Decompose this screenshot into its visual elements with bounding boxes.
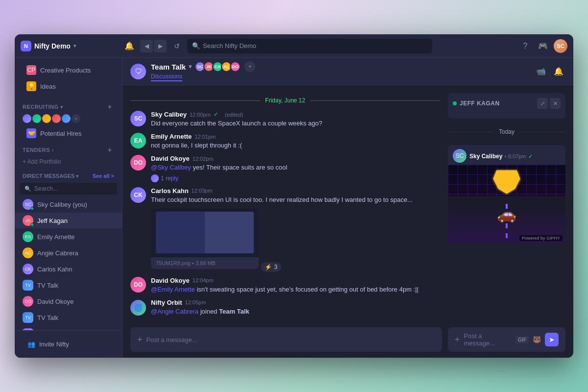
preview-right xyxy=(205,213,252,252)
workspace-label: Nifty Demo xyxy=(34,42,71,50)
recruiting-avatars: + xyxy=(15,113,122,125)
sidebar-item-potential-hires[interactable]: 🤝 Potential Hires xyxy=(19,125,118,141)
kagan-online-dot xyxy=(453,101,457,105)
dm-item-tvtalk2[interactable]: TV TV Talk xyxy=(15,310,122,325)
help-icon[interactable]: ? xyxy=(518,39,532,53)
sidebar-item-creative-products[interactable]: CP Creative Products xyxy=(19,62,118,78)
message-input-right[interactable]: + Post a message... GIF 🐻 ➤ xyxy=(448,327,565,352)
add-portfolio-button[interactable]: + Add Portfolio xyxy=(15,156,122,169)
kagan-expand-button[interactable]: ⤢ xyxy=(537,98,548,109)
dm-avatar-music: 🎵 xyxy=(23,328,33,330)
reply-count: 1 reply xyxy=(161,175,178,182)
kagan-header: JEFF KAGAN ⤢ ✕ xyxy=(453,98,561,109)
dm-avatar-jeff: JK xyxy=(23,215,33,226)
dm-name-carlos: Carlos Kahn xyxy=(37,266,73,273)
dm-avatar-angie: AC xyxy=(23,247,33,258)
tenders-add-button[interactable]: + xyxy=(105,146,114,154)
message-3: DO David Okoye 12:02pm @Sky Calibey yes!… xyxy=(130,153,440,184)
msg-content-1: Sky Calibey 12:00pm ✓ (edited) Did every… xyxy=(151,111,440,128)
dm-item-tvtalk1[interactable]: TV TV Talk xyxy=(15,277,122,293)
invite-section: 👥 Invite Nifty xyxy=(15,330,122,358)
ph-icon: 🤝 xyxy=(26,128,36,138)
kagan-close-button[interactable]: ✕ xyxy=(550,98,561,109)
dm-item-carlos[interactable]: CK Carlos Kahn xyxy=(15,261,122,277)
invite-label: Invite Nifty xyxy=(39,341,69,348)
search-icon-small: 🔍 xyxy=(24,186,31,192)
dm-item-sky[interactable]: SC Sky Calibey (you) xyxy=(15,196,122,212)
workspace-name[interactable]: N Nifty Demo ▾ xyxy=(21,41,119,51)
dm-name-angie: Angie Cabrera xyxy=(37,249,78,257)
msg-author-carlos: Carlos Kahn xyxy=(151,187,189,195)
dm-avatar-david-o: DO xyxy=(23,296,33,307)
reply-avatar xyxy=(151,174,159,182)
system-author: Nifty Orbit xyxy=(151,299,182,306)
msg-header-1: Sky Calibey 12:00pm ✓ (edited) xyxy=(151,111,440,118)
gif-button[interactable]: GIF xyxy=(515,336,529,343)
potential-hires-label: Potential Hires xyxy=(40,130,82,137)
video-call-icon[interactable]: 📹 xyxy=(534,65,548,78)
chat-header: 🗨 Team Talk ▾ SC JK EA AC DO + xyxy=(122,58,573,85)
dm-section: DIRECT MESSAGES ▾ See all > 🔍 Search... … xyxy=(15,169,122,330)
input-plus-icon[interactable]: + xyxy=(137,335,143,345)
dm-header: DIRECT MESSAGES ▾ See all > xyxy=(15,169,122,181)
recruiting-add-button[interactable]: + xyxy=(105,102,114,111)
msg-avatar-sky: SC xyxy=(130,111,146,126)
avatar-2 xyxy=(32,114,41,123)
msg-avatar-david: DO xyxy=(130,155,146,171)
more-members-icon: + xyxy=(245,61,255,72)
avatar-4 xyxy=(52,114,61,123)
attachment-1: 75UM1R8.png • 3.88 MB xyxy=(151,208,259,269)
nav-back-button[interactable]: ◀ xyxy=(140,40,153,52)
notification-bell-icon[interactable]: 🔔 xyxy=(552,65,565,78)
dm-avatar-tv2: TV xyxy=(23,312,33,323)
attachment-separator: • xyxy=(192,260,196,266)
message-input-left[interactable]: + Post a message... xyxy=(130,327,442,352)
edited-label-1: (edited) xyxy=(225,112,243,118)
workspace-logo: N xyxy=(21,41,31,51)
msg-content-3: David Okoye 12:02pm @Sky Calibey yes! Th… xyxy=(151,155,440,182)
ohio-shape xyxy=(490,169,524,196)
dm-avatar-sky: SC xyxy=(23,199,33,210)
dm-item-david-o[interactable]: DO David Okoye xyxy=(15,294,122,309)
avatar-5 xyxy=(62,114,71,123)
channel-name[interactable]: Team Talk ▾ SC JK EA AC DO + xyxy=(151,61,529,72)
dm-see-all[interactable]: See all > xyxy=(93,173,114,179)
powered-by-giphy: Powered by GIPHY xyxy=(519,235,563,241)
apps-icon[interactable]: 🎮 xyxy=(536,39,550,53)
msg-header-5: David Okoye 12:04pm xyxy=(151,277,440,284)
msg-author-david2: David Okoye xyxy=(151,277,190,284)
dm-item-jeff[interactable]: JK Jeff Kagan xyxy=(15,213,122,228)
channel-avatar: 🗨 xyxy=(130,64,146,79)
dm-name-jeff: Jeff Kagan xyxy=(37,217,68,224)
tab-discussions[interactable]: Discussions xyxy=(151,73,182,81)
giphy-panel: SC Sky Calibey • 8:07pm ✓ xyxy=(448,145,565,243)
message-2: EA Emily Arnette 12:01pm not gonna lie, … xyxy=(130,131,440,152)
dm-name-tv1: TV Talk xyxy=(37,282,58,289)
notification-icon[interactable]: 🔔 xyxy=(122,39,136,53)
dm-item-music[interactable]: 🎵 Music xyxy=(15,326,122,330)
online-indicator xyxy=(30,207,34,210)
header-avatar-5: DO xyxy=(230,61,241,72)
msg-author-emily: Emily Arnette xyxy=(151,133,192,140)
search-bar[interactable]: 🔍 Search Nifty Demo xyxy=(187,39,432,53)
system-time: 12:05pm xyxy=(185,299,206,305)
user-avatar[interactable]: SC xyxy=(554,39,567,53)
dm-item-emily[interactable]: EA Emily Arnette xyxy=(15,229,122,245)
giphy-header: SC Sky Calibey • 8:07pm ✓ xyxy=(448,145,565,165)
invite-nifty-button[interactable]: 👥 Invite Nifty xyxy=(23,337,114,352)
header-actions: 📹 🔔 xyxy=(534,65,565,78)
mention-sky: @Sky Calibey xyxy=(151,164,191,171)
dm-avatar-carlos: CK xyxy=(23,264,33,274)
send-button[interactable]: ➤ xyxy=(545,333,559,346)
reply-link-1[interactable]: 1 reply xyxy=(151,174,440,182)
input-plus-icon-right[interactable]: + xyxy=(455,335,460,345)
messages-container: Friday, June 12 SC Sky Calibey 12:00pm ✓… xyxy=(122,85,573,323)
reaction-1[interactable]: ⚡ 3 xyxy=(261,262,281,272)
sidebar: CP Creative Products 💡 Ideas RECRUITING … xyxy=(15,58,122,358)
emoji-button[interactable]: 🐻 xyxy=(532,335,542,344)
dm-item-angie[interactable]: AC Angie Cabrera xyxy=(15,245,122,261)
dm-search[interactable]: 🔍 Search... xyxy=(20,183,117,195)
history-button[interactable]: ↺ xyxy=(171,40,183,52)
sidebar-item-ideas[interactable]: 💡 Ideas xyxy=(19,78,118,94)
nav-forward-button[interactable]: ▶ xyxy=(154,40,167,52)
